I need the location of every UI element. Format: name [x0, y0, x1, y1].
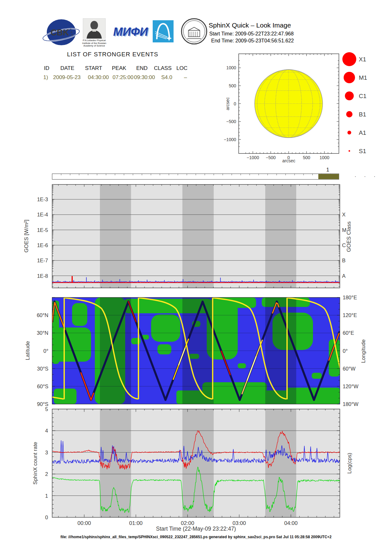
event-timeline-bar — [52, 174, 339, 179]
solar-disk-plot: −1000−5000500100010005000−500−1000 — [224, 54, 339, 160]
latitude-label: Latitude — [25, 341, 31, 360]
svg-text:30°N: 30°N — [37, 330, 48, 336]
svg-text:60°E: 60°E — [343, 330, 354, 336]
svg-text:A: A — [342, 273, 346, 279]
count-y-axis-label: SphinX count rate — [32, 442, 39, 484]
svg-text:1000: 1000 — [226, 65, 236, 70]
timeline-event-marker[interactable]: 1 — [326, 167, 329, 173]
svg-text:00:00: 00:00 — [77, 520, 91, 526]
svg-text:X: X — [342, 212, 346, 217]
svg-text:120°W: 120°W — [343, 384, 358, 389]
svg-text:C: C — [342, 242, 346, 248]
sun-x-axis-label: arcsec — [282, 158, 295, 163]
svg-text:X1: X1 — [359, 56, 366, 63]
flare-class-legend: X1M1C1B1A1S1 — [342, 52, 367, 154]
svg-text:60°N: 60°N — [37, 312, 48, 318]
svg-text:1E-7: 1E-7 — [37, 258, 48, 263]
svg-text:−1000: −1000 — [224, 137, 236, 142]
count-rate-plot: 01234500:0001:0002:0003:0004:00 — [45, 406, 340, 526]
svg-text:B: B — [342, 258, 346, 263]
svg-text:01:00: 01:00 — [129, 520, 143, 526]
svg-text:60°W: 60°W — [343, 366, 356, 371]
time-x-axis-label: Start Time (22-May-09 23:22:47) — [156, 526, 236, 532]
svg-text:0°: 0° — [343, 348, 348, 354]
orbit-map-plot: 60°N30°N0°30°S60°S90°S180°E120°E60°E0°60… — [37, 295, 361, 407]
svg-text:0: 0 — [45, 514, 48, 520]
svg-text:04:00: 04:00 — [284, 520, 298, 526]
goes-class-label: GOES Class — [346, 221, 352, 252]
svg-text:180°E: 180°E — [343, 295, 357, 300]
goes-flux-plot: 1E-31E-41E-51E-61E-71E-8XMCBA — [37, 184, 346, 288]
svg-text:−500: −500 — [266, 155, 276, 160]
svg-text:1E-3: 1E-3 — [37, 196, 48, 202]
longitude-label: Longitude — [360, 340, 367, 363]
svg-text:0: 0 — [234, 101, 236, 106]
svg-text:30°S: 30°S — [37, 366, 48, 371]
goes-y-axis-label: GOES [W/m²] — [23, 220, 30, 253]
svg-text:500: 500 — [229, 83, 236, 88]
plots-canvas: −1000−5000500100010005000−500−1000 X1M1C… — [0, 0, 392, 555]
timeline-more-dots: . . . — [355, 172, 379, 178]
svg-text:180°W: 180°W — [343, 401, 358, 407]
svg-text:B1: B1 — [359, 111, 366, 118]
svg-text:1E-8: 1E-8 — [37, 273, 48, 279]
svg-text:0°: 0° — [43, 348, 48, 354]
svg-text:1E-5: 1E-5 — [37, 227, 48, 233]
svg-text:60°S: 60°S — [37, 384, 48, 389]
logcps-label: Log(cps) — [346, 453, 353, 474]
sphinx-quicklook-page: CBK P A N P.N.Lebedev Physical Institute… — [0, 0, 392, 555]
svg-text:2: 2 — [45, 471, 48, 477]
svg-text:C1: C1 — [359, 93, 366, 99]
svg-text:1E-6: 1E-6 — [37, 242, 48, 248]
svg-text:1E-4: 1E-4 — [37, 212, 48, 217]
svg-text:M1: M1 — [359, 74, 367, 81]
svg-text:3: 3 — [45, 450, 48, 455]
sun-y-axis-label: arcsec — [225, 97, 230, 110]
svg-text:4: 4 — [45, 428, 48, 433]
svg-text:5: 5 — [45, 406, 48, 412]
svg-text:120°E: 120°E — [343, 312, 357, 318]
svg-text:S1: S1 — [359, 148, 366, 154]
svg-text:1000: 1000 — [320, 155, 329, 160]
svg-text:−1000: −1000 — [247, 155, 259, 160]
svg-text:500: 500 — [303, 155, 310, 160]
footer-file-info: file: ///home1/sphinx/sphinx_all_files_t… — [60, 535, 331, 539]
svg-text:1: 1 — [45, 493, 48, 499]
svg-text:−500: −500 — [226, 119, 236, 124]
svg-text:A1: A1 — [359, 129, 366, 136]
